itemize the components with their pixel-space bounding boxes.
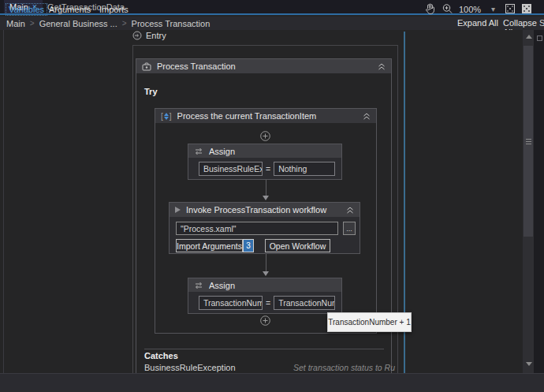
assign-icon: [194, 147, 203, 155]
zoom-caret-icon[interactable]: ▾: [491, 5, 495, 13]
connector-arrow-icon: [263, 196, 269, 200]
add-activity-icon[interactable]: [260, 315, 270, 326]
sequence-header[interactable]: [] Process the current TransactionItem: [155, 109, 376, 123]
designer-status-bar: [0, 373, 544, 392]
clipped-panel-icon: [537, 35, 542, 41]
workflow-designer-canvas[interactable]: Entry Process Transaction Try [] Process…: [0, 30, 544, 373]
assign-2-header[interactable]: Assign: [188, 278, 341, 292]
zoom-level-value[interactable]: 100%: [459, 5, 481, 14]
assign-block-1[interactable]: Assign BusinessRuleExcep = Nothing: [188, 144, 342, 180]
assign-2-to-field[interactable]: TransactionNumbe: [199, 296, 263, 310]
collapse-chevron-icon[interactable]: [346, 207, 354, 214]
sequence-title: Process the current TransactionItem: [177, 111, 357, 121]
workflow-path-field[interactable]: "Process.xaml": [176, 222, 338, 235]
scrollbar-up-arrow-icon[interactable]: [526, 35, 532, 39]
entry-node[interactable]: Entry: [132, 31, 166, 40]
catches-divider: [144, 349, 384, 349]
add-activity-icon[interactable]: [260, 131, 270, 141]
entry-icon: [132, 31, 142, 40]
breadcrumb-main[interactable]: Main: [6, 19, 25, 28]
invoke-play-icon: [175, 207, 181, 213]
imports-tab[interactable]: Imports: [99, 5, 129, 14]
arguments-tab[interactable]: Arguments: [49, 5, 91, 14]
sequence-icon: []: [161, 112, 172, 121]
assign-icon: [194, 282, 203, 289]
try-section-label: Try: [144, 87, 158, 96]
assign-2-value-field[interactable]: TransactionNumbe: [274, 296, 335, 310]
scrollbar-down-arrow-icon[interactable]: [526, 362, 532, 366]
browse-workflow-button[interactable]: ...: [343, 222, 356, 235]
clipped-panel-edge-label: S: [539, 18, 544, 28]
catch-hint-text: Set transaction status to Ru: [293, 363, 395, 372]
connector-line: [266, 180, 266, 196]
connector-arrow-icon: [263, 271, 269, 276]
zoom-magnifier-icon[interactable]: [442, 3, 453, 15]
assign-block-2[interactable]: Assign TransactionNumbe = TransactionNum…: [188, 278, 342, 314]
pan-hand-icon[interactable]: [424, 3, 436, 15]
breadcrumb-separator: >: [122, 19, 127, 28]
catch-exception-type[interactable]: BusinessRuleException: [144, 363, 236, 372]
state-briefcase-icon: [142, 62, 151, 71]
breadcrumb-separator: >: [30, 19, 35, 28]
breadcrumb-general-business[interactable]: General Business ...: [39, 19, 117, 28]
invoke-workflow-title: Invoke ProcessTransaction workflow: [186, 205, 341, 215]
import-arguments-button[interactable]: Import Arguments: [176, 239, 243, 252]
variables-tab[interactable]: Variables: [6, 3, 47, 16]
invoke-workflow-header[interactable]: Invoke ProcessTransaction workflow: [170, 203, 360, 217]
right-panel-edge: [534, 30, 544, 373]
process-transaction-header[interactable]: Process Transaction: [136, 59, 391, 73]
assign-1-header[interactable]: Assign: [188, 144, 341, 158]
scrollbar-thumb[interactable]: [524, 46, 533, 237]
entry-label: Entry: [146, 31, 166, 40]
assign-1-value-field[interactable]: Nothing: [274, 162, 335, 176]
expression-tooltip: TransactionNumber + 1: [327, 312, 412, 332]
collapse-chevron-icon[interactable]: [378, 63, 386, 70]
connector-line: [266, 254, 266, 271]
arguments-count-badge: 3: [243, 239, 254, 252]
zoom-to-fit-icon[interactable]: [521, 3, 532, 14]
collapse-chevron-icon[interactable]: [363, 113, 371, 120]
catches-section-label: Catches: [144, 351, 178, 360]
assign-1-to-field[interactable]: BusinessRuleExcep: [199, 162, 263, 176]
fit-to-screen-icon[interactable]: [505, 3, 516, 14]
open-workflow-button[interactable]: Open Workflow: [265, 239, 330, 252]
expand-all-button[interactable]: Expand All: [457, 18, 498, 28]
process-transaction-title: Process Transaction: [157, 62, 372, 71]
invoke-workflow-block[interactable]: Invoke ProcessTransaction workflow "Proc…: [169, 202, 360, 254]
equals-sign: =: [266, 164, 270, 174]
equals-sign: =: [266, 298, 270, 308]
assign-1-title: Assign: [209, 147, 336, 156]
canvas-left-border: [3, 30, 4, 373]
breadcrumb-process-transaction[interactable]: Process Transaction: [132, 19, 211, 28]
assign-2-title: Assign: [209, 281, 336, 290]
